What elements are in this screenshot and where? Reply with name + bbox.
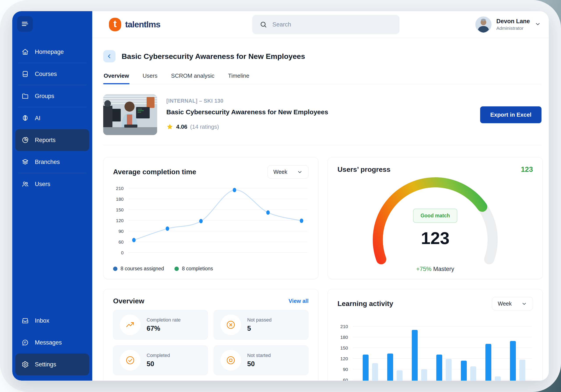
legend-dot-icon [113,267,118,271]
search-bar[interactable] [252,15,399,34]
stat-icon-circle [120,350,140,371]
progress-value: 123 [421,228,449,248]
svg-text:150: 150 [340,345,348,351]
mastery-caption: +75% Mastery [337,266,533,272]
page-content: Basic Cybersecurity Awareness for New Em… [92,38,549,381]
check-circle-icon [125,355,135,365]
learning-activity-bar-chart: 21018015012090600 [337,318,533,381]
brand-logo: t talentlms [109,18,160,31]
avg-completion-card: Average completion time Week 21018015012… [103,157,318,279]
svg-text:210: 210 [340,324,348,329]
completion-line-chart: 21018015012090600 [113,182,309,260]
period-select[interactable]: Week [492,297,533,310]
legend-label: 8 courses assigned [120,266,164,272]
brand-name: talentlms [125,20,160,29]
sidebar-item-label: Homepage [35,49,64,55]
chart-legend: 8 courses assigned8 completions [113,266,309,272]
back-button[interactable] [103,50,116,62]
sidebar-item-label: AI [35,115,41,122]
course-title: Basic Cybersecurity Awareness for New Em… [166,108,328,116]
stat-value: 50 [147,360,170,368]
stat-tile-completion-rate: Completion rate67% [113,310,208,340]
chevron-down-icon [535,21,541,28]
sidebar-item-branches[interactable]: Branches [15,151,89,173]
stat-label: Not started [247,353,271,358]
chevron-left-icon [106,53,112,59]
sidebar-item-label: Users [35,181,50,187]
period-select[interactable]: Week [268,165,309,179]
sidebar-item-label: Inbox [35,317,49,324]
menu-button[interactable] [17,16,33,32]
sidebar-item-messages[interactable]: Messages [15,332,89,353]
hamburger-icon [21,20,29,28]
sidebar-item-reports[interactable]: Reports [15,129,89,151]
learning-activity-card: Learning activity Week 21018015012090600 [328,289,543,381]
stat-label: Completed [147,353,170,358]
sidebar-item-groups[interactable]: Groups [15,85,89,107]
status-badge: Good match [413,209,457,223]
svg-text:180: 180 [116,196,124,202]
svg-text:120: 120 [116,218,124,223]
tab-scrom-analysic[interactable]: SCROM analysic [171,72,215,84]
folder-icon [22,92,29,100]
sidebar-item-inbox[interactable]: Inbox [15,310,89,332]
chevron-down-icon [297,169,303,175]
card-title: Average completion time [113,168,196,176]
sidebar-nav: HomepageCoursesGroupsAIReportsBranchesUs… [15,41,89,195]
svg-text:210: 210 [116,186,124,191]
course-summary: [INTERNAL] – SKI 130 Basic Cybersecurity… [103,94,541,135]
tab-overview[interactable]: Overview [103,72,129,84]
sidebar-item-label: Courses [35,71,57,77]
sidebar-item-label: Messages [35,339,62,346]
svg-text:120: 120 [340,356,348,361]
course-rating: 4.06 (14 ratings) [166,123,328,130]
sidebar-nav-bottom: InboxMessagesSettings [15,310,89,377]
card-title: Users’ progress [337,165,390,174]
sidebar-item-settings[interactable]: Settings [15,353,89,375]
stat-tile-completed: Completed50 [113,345,208,375]
tabs: OverviewUsersSCROM analysicTimeline [103,72,541,84]
user-menu[interactable]: Devon Lane Administrator [475,16,541,33]
legend-dot-icon [174,267,179,271]
stat-value: 5 [247,325,271,332]
sidebar-item-homepage[interactable]: Homepage [15,41,89,63]
top-bar: t talentlms [92,11,549,38]
tab-users[interactable]: Users [142,72,158,84]
sidebar-item-label: Groups [35,93,54,100]
course-thumbnail [103,94,157,135]
sidebar-item-users[interactable]: Users [15,173,89,195]
view-all-link[interactable]: View all [289,298,309,304]
svg-text:90: 90 [343,367,348,372]
avatar-image [475,16,492,33]
home-icon [22,48,29,56]
stat-label: Completion rate [147,317,181,323]
tab-timeline[interactable]: Timeline [227,72,250,84]
course-info: [INTERNAL] – SKI 130 Basic Cybersecurity… [166,94,328,130]
star-icon [166,123,173,130]
stat-tile-not-passed: Not passed5 [214,310,309,340]
overview-card: Overview View all Completion rate67%Not … [103,289,318,381]
legend-item: 8 completions [174,266,213,272]
avatar [475,16,492,33]
sidebar-item-courses[interactable]: Courses [15,63,89,85]
rating-count: (14 ratings) [190,124,219,130]
brain-icon [22,114,29,122]
course-code: [INTERNAL] – SKI 130 [166,98,328,104]
stat-icon-circle [120,315,140,335]
users-progress-card: Users’ progress 123 Good match 123 +75% … [328,157,543,279]
stat-label: Not passed [247,317,271,323]
svg-text:60: 60 [343,378,348,381]
search-input[interactable] [272,21,392,28]
user-name: Devon Lane [496,18,530,25]
course-thumbnail-image [103,94,157,135]
sidebar-item-label: Reports [35,137,56,144]
book-icon [22,70,29,78]
sidebar-item-ai[interactable]: AI [15,107,89,129]
x-circle-icon [226,320,236,330]
talentlms-logo-icon: t [109,18,121,31]
page-title: Basic Cybersecurity Awareness for New Em… [122,52,305,61]
user-role: Administrator [496,26,530,31]
export-excel-button[interactable]: Export in Excel [480,106,541,123]
progress-gauge: Good match 123 [337,174,533,265]
chevron-down-icon [521,301,527,307]
